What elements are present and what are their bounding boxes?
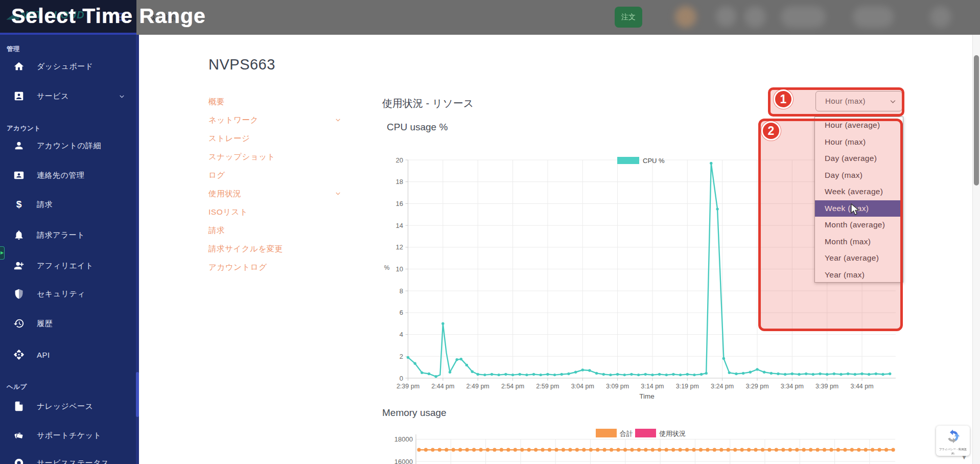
time-range-option[interactable]: Year (max) <box>815 267 903 283</box>
sidebar-item[interactable]: 連絡先の管理 <box>0 165 136 185</box>
header-icon-blob <box>716 6 736 27</box>
sidebar-item-label: API <box>37 351 50 359</box>
sidebar-item-label: ダッシュボード <box>37 62 94 72</box>
chevron-down-icon <box>889 98 897 105</box>
time-range-option[interactable]: Hour (max) <box>815 134 903 151</box>
sidebar-item[interactable]: サポートチケット <box>0 425 136 446</box>
history-icon <box>13 318 25 329</box>
sidebar-item[interactable]: サービス <box>0 86 136 106</box>
time-range-select[interactable]: Hour (max) <box>815 91 902 111</box>
sidebar-item[interactable]: $請求 <box>0 194 136 215</box>
sidebar-item-label: サポートチケット <box>37 431 101 440</box>
detail-nav-link[interactable]: ストレージ <box>208 133 341 149</box>
chevron-down-icon <box>335 190 341 199</box>
recaptcha-icon <box>945 428 961 445</box>
detail-nav-link[interactable]: ISOリスト <box>208 207 341 222</box>
detail-nav-link[interactable]: ネットワーク <box>208 115 341 130</box>
sidebar-item-label: サービスステータス <box>37 458 109 464</box>
sidebar-item-label: セキュリティ <box>37 289 85 299</box>
time-range-selected-value: Hour (max) <box>825 91 866 111</box>
document-icon <box>13 401 25 412</box>
sidebar-scrollbar[interactable] <box>136 35 139 464</box>
sidebar-item-label: 請求 <box>37 200 53 210</box>
api-icon <box>13 349 25 360</box>
time-range-option[interactable]: Day (max) <box>815 167 903 184</box>
dollar-icon: $ <box>13 199 25 210</box>
usage-resources-heading: 使用状況 - リソース <box>382 97 474 110</box>
sidebar-item[interactable]: API <box>0 344 136 365</box>
sidebar-item-label: アフィリエイト <box>37 261 94 271</box>
sidebar-section-label: ヘルプ <box>7 383 27 391</box>
detail-nav-label: 概要 <box>208 97 225 106</box>
sidebar-item[interactable]: サービスステータス <box>0 453 136 464</box>
sidebar-item[interactable]: セキュリティ <box>0 284 136 304</box>
detail-nav-link[interactable]: スナップショット <box>208 152 341 167</box>
status-icon <box>13 457 25 464</box>
detail-nav-link[interactable]: ログ <box>208 170 341 185</box>
sidebar-expand-tab[interactable]: ▶ <box>0 246 5 260</box>
ticket-icon <box>13 430 25 441</box>
detail-nav-label: 使用状況 <box>208 189 241 198</box>
time-range-menu: Hour (average)Hour (max)Day (average)Day… <box>814 117 903 283</box>
time-range-option[interactable]: Day (average) <box>815 150 903 167</box>
shield-icon <box>13 288 25 299</box>
time-range-option[interactable]: Month (average) <box>815 217 903 234</box>
detail-nav-link[interactable]: 請求 <box>208 225 341 241</box>
order-button[interactable]: 注文 <box>615 7 642 28</box>
page-scrollbar[interactable] <box>972 35 980 464</box>
person-icon <box>13 140 25 151</box>
sidebar-item[interactable]: 履歴 <box>0 313 136 334</box>
bell-icon <box>13 229 25 241</box>
annotation-banner-title: Select Time Range <box>11 0 206 34</box>
detail-nav-link[interactable]: 請求サイクルを変更 <box>208 244 341 259</box>
detail-nav-link[interactable]: アカウントログ <box>208 262 341 277</box>
avatar[interactable] <box>675 6 696 28</box>
sidebar-item[interactable]: ナレッジベース <box>0 396 136 416</box>
header-icon-blob <box>930 6 951 28</box>
header-icon-blob <box>781 6 826 28</box>
sidebar-item-label: 請求アラート <box>37 230 85 240</box>
detail-nav-link[interactable]: 使用状況 <box>208 189 341 204</box>
detail-nav-label: アカウントログ <box>208 263 267 271</box>
sidebar-item-label: サービス <box>37 91 69 101</box>
sidebar-item-label: 連絡先の管理 <box>37 171 84 180</box>
services-icon <box>13 90 25 102</box>
detail-nav-label: ストレージ <box>208 134 250 143</box>
cpu-chart-title: CPU usage % <box>387 122 448 133</box>
sidebar-item[interactable]: 請求アラート <box>0 225 136 245</box>
detail-nav-label: ISOリスト <box>208 207 248 216</box>
time-range-option[interactable]: Week (max) <box>815 200 903 217</box>
sidebar-scrollbar-thumb[interactable] <box>136 372 139 417</box>
detail-nav-label: 請求サイクルを変更 <box>208 244 283 253</box>
sidebar-item[interactable]: アカウントの詳細 <box>0 135 136 156</box>
recaptcha-badge[interactable]: プライバシー - 利用規約 <box>936 426 970 456</box>
sidebar-item-label: 履歴 <box>37 319 53 329</box>
time-range-option[interactable]: Month (max) <box>815 234 903 250</box>
sidebar: 管理ダッシュボードサービスアカウントアカウントの詳細連絡先の管理$請求請求アラー… <box>0 35 136 464</box>
chevron-down-icon <box>119 92 125 102</box>
page-scrollbar-thumb[interactable] <box>974 55 979 185</box>
header-icon-blob <box>853 6 894 28</box>
time-range-option[interactable]: Hour (average) <box>815 117 903 134</box>
home-icon <box>13 61 25 72</box>
chevron-down-icon <box>335 116 341 125</box>
page-title: NVPS663 <box>208 56 275 73</box>
sidebar-item-label: ナレッジベース <box>37 402 94 411</box>
time-range-option[interactable]: Week (average) <box>815 183 903 200</box>
time-range-option[interactable]: Year (average) <box>815 250 903 267</box>
scroll-down-arrow-icon[interactable]: ▼ <box>961 454 967 461</box>
svg-text:$: $ <box>16 199 22 210</box>
detail-nav-label: 請求 <box>208 226 225 235</box>
sidebar-item[interactable]: ダッシュボード <box>0 56 136 77</box>
memory-chart-title: Memory usage <box>382 407 447 419</box>
header-icon-blob <box>744 6 766 28</box>
detail-nav-link[interactable]: 概要 <box>208 97 341 112</box>
person-add-icon <box>13 260 25 271</box>
detail-nav-label: ログ <box>208 171 225 179</box>
sidebar-section-label: 管理 <box>7 45 20 54</box>
detail-nav-label: スナップショット <box>208 152 275 161</box>
sidebar-item-label: アカウントの詳細 <box>37 141 101 151</box>
detail-nav-label: ネットワーク <box>208 115 259 124</box>
sidebar-item[interactable]: アフィリエイト <box>0 256 136 276</box>
contacts-icon <box>13 170 25 181</box>
